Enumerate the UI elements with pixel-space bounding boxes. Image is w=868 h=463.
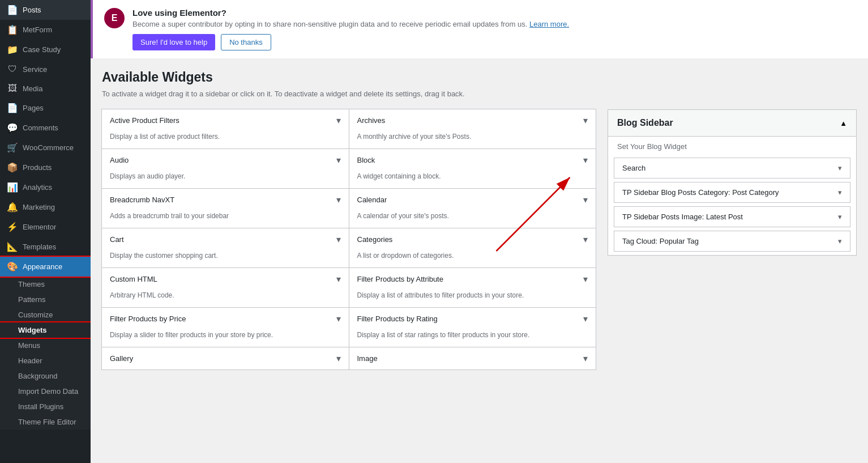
sidebar-item-case-study[interactable]: 📁Case Study bbox=[0, 40, 91, 60]
widget-name: Breadcrumb NavXT bbox=[110, 196, 174, 204]
widget-header[interactable]: Image ▾ bbox=[349, 347, 596, 369]
widget-chevron-icon: ▾ bbox=[336, 155, 341, 165]
sidebar-item-comments[interactable]: 💬Comments bbox=[0, 118, 91, 138]
widget-name: Image bbox=[357, 354, 378, 363]
widget-header[interactable]: Active Product Filters ▾ bbox=[102, 109, 349, 131]
widget-header[interactable]: Archives ▾ bbox=[349, 109, 596, 131]
pages-icon: 📄 bbox=[7, 103, 18, 113]
blog-sidebar-widget-label: Search bbox=[622, 164, 645, 172]
widget-name: Filter Products by Rating bbox=[357, 315, 438, 323]
sidebar-nav: 📄Posts📋MetForm📁Case Study🛡Service🖼Media📄… bbox=[0, 0, 91, 430]
widget-desc: A list or dropdown of categories. bbox=[349, 250, 596, 267]
submenu-item-menus[interactable]: Menus bbox=[0, 338, 91, 353]
widget-desc: A monthly archive of your site's Posts. bbox=[349, 131, 596, 148]
blog-sidebar-widget-item[interactable]: TP Sidebar Posts Image: Latest Post▾ bbox=[614, 206, 850, 227]
blog-sidebar-widget-item[interactable]: Tag Cloud: Popular Tag▾ bbox=[614, 231, 850, 252]
blog-sidebar-widget-label: TP Sidebar Blog Posts Category: Post Cat… bbox=[622, 188, 779, 197]
sidebar-label-elementor: Elementor bbox=[23, 223, 56, 231]
widget-header[interactable]: Calendar ▾ bbox=[349, 189, 596, 211]
sidebar-item-metform[interactable]: 📋MetForm bbox=[0, 20, 91, 40]
sidebar-label-media: Media bbox=[23, 84, 42, 93]
sidebar-item-templates[interactable]: 📐Templates bbox=[0, 237, 91, 257]
widget-header[interactable]: Categories ▾ bbox=[349, 228, 596, 250]
widget-card: Image ▾ bbox=[349, 347, 597, 370]
submenu-item-themes[interactable]: Themes bbox=[0, 277, 91, 292]
blog-sidebar-widget-item[interactable]: TP Sidebar Blog Posts Category: Post Cat… bbox=[614, 182, 850, 203]
widget-chevron-icon: ▾ bbox=[583, 234, 588, 245]
widget-chevron-icon: ▾ bbox=[336, 313, 341, 324]
banner-description: Become a super contributor by opting in … bbox=[132, 20, 569, 28]
widget-header[interactable]: Block ▾ bbox=[349, 149, 596, 171]
widget-grid: Active Product Filters ▾ Display a list … bbox=[102, 109, 596, 370]
widget-chevron-icon: ▾ bbox=[336, 274, 341, 284]
widget-card: Block ▾ A widget containing a block. bbox=[349, 148, 597, 189]
widget-name: Custom HTML bbox=[110, 275, 157, 283]
metform-icon: 📋 bbox=[7, 24, 18, 35]
blog-sidebar-widget-label: TP Sidebar Posts Image: Latest Post bbox=[622, 213, 743, 221]
blog-sidebar-widget-chevron-icon: ▾ bbox=[838, 164, 842, 172]
sidebar-label-woocommerce: WooCommerce bbox=[23, 143, 74, 152]
elementor-banner: E Love using Elementor? Become a super c… bbox=[91, 0, 868, 58]
submenu-item-patterns[interactable]: Patterns bbox=[0, 292, 91, 307]
widget-header[interactable]: Audio ▾ bbox=[102, 149, 349, 171]
analytics-icon: 📊 bbox=[7, 182, 18, 193]
widget-desc: A calendar of your site's posts. bbox=[349, 211, 596, 228]
blog-sidebar-widget-item[interactable]: Search▾ bbox=[614, 158, 850, 179]
widget-card: Filter Products by Rating ▾ Display a li… bbox=[349, 307, 597, 347]
banner-yes-button[interactable]: Sure! I'd love to help bbox=[132, 34, 215, 50]
widget-card: Calendar ▾ A calendar of your site's pos… bbox=[349, 188, 597, 228]
submenu-item-background[interactable]: Background bbox=[0, 368, 91, 384]
appearance-icon: 🎨 bbox=[7, 261, 18, 272]
sidebar-label-pages: Pages bbox=[23, 104, 44, 112]
widget-header[interactable]: Gallery ▾ bbox=[102, 347, 349, 369]
submenu-item-import-demo[interactable]: Import Demo Data bbox=[0, 384, 91, 399]
widget-header[interactable]: Custom HTML ▾ bbox=[102, 268, 349, 290]
sidebar-item-appearance[interactable]: 🎨Appearance bbox=[0, 257, 91, 277]
widget-chevron-icon: ▾ bbox=[336, 234, 341, 245]
sidebar-item-analytics[interactable]: 📊Analytics bbox=[0, 177, 91, 197]
widget-name: Archives bbox=[357, 116, 386, 125]
marketing-icon: 🔔 bbox=[7, 202, 18, 213]
blog-sidebar-widget-chevron-icon: ▾ bbox=[838, 237, 842, 245]
submenu-item-customize[interactable]: Customize bbox=[0, 307, 91, 322]
submenu-item-install-plugins[interactable]: Install Plugins bbox=[0, 399, 91, 414]
widget-card: Breadcrumb NavXT ▾ Adds a breadcrumb tra… bbox=[101, 188, 349, 228]
widget-header[interactable]: Cart ▾ bbox=[102, 228, 349, 250]
templates-icon: 📐 bbox=[7, 241, 18, 252]
sidebar-label-products: Products bbox=[23, 163, 52, 172]
widget-card: Filter Products by Attribute ▾ Display a… bbox=[349, 267, 597, 308]
blog-sidebar-header: Blog Sidebar ▲ bbox=[608, 110, 856, 137]
widget-chevron-icon: ▾ bbox=[583, 194, 588, 205]
elementor-icon: ⚡ bbox=[7, 222, 18, 232]
banner-title: Love using Elementor? bbox=[132, 8, 569, 18]
widget-card: Filter Products by Price ▾ Display a sli… bbox=[101, 307, 349, 347]
case-study-icon: 📁 bbox=[7, 44, 18, 55]
widget-desc: Display a list of attributes to filter p… bbox=[349, 290, 596, 307]
widget-header[interactable]: Filter Products by Rating ▾ bbox=[349, 308, 596, 330]
submenu-item-theme-file-editor[interactable]: Theme File Editor bbox=[0, 414, 91, 430]
widget-header[interactable]: Filter Products by Attribute ▾ bbox=[349, 268, 596, 290]
widget-card: Active Product Filters ▾ Display a list … bbox=[101, 109, 349, 149]
page-description: To activate a widget drag it to a sideba… bbox=[102, 90, 857, 98]
sidebar-item-marketing[interactable]: 🔔Marketing bbox=[0, 197, 91, 217]
sidebar-item-media[interactable]: 🖼Media bbox=[0, 79, 91, 98]
widget-card: Archives ▾ A monthly archive of your sit… bbox=[349, 109, 597, 149]
banner-learn-more-link[interactable]: Learn more. bbox=[529, 20, 569, 28]
blog-sidebar-subtitle: Set Your Blog Widget bbox=[608, 137, 856, 154]
submenu-item-widgets[interactable]: Widgets bbox=[0, 322, 91, 338]
sidebar-item-pages[interactable]: 📄Pages bbox=[0, 98, 91, 118]
widget-header[interactable]: Breadcrumb NavXT ▾ bbox=[102, 189, 349, 211]
sidebar-item-posts[interactable]: 📄Posts bbox=[0, 0, 91, 20]
sidebar-item-service[interactable]: 🛡Service bbox=[0, 60, 91, 79]
sidebar-label-templates: Templates bbox=[23, 243, 56, 251]
widget-header[interactable]: Filter Products by Price ▾ bbox=[102, 308, 349, 330]
blog-sidebar-chevron-icon: ▲ bbox=[840, 119, 847, 128]
sidebar-item-elementor[interactable]: ⚡Elementor bbox=[0, 217, 91, 237]
submenu-item-header[interactable]: Header bbox=[0, 353, 91, 368]
sidebar-label-marketing: Marketing bbox=[23, 203, 55, 211]
widget-card: Categories ▾ A list or dropdown of categ… bbox=[349, 228, 597, 268]
sidebar-item-products[interactable]: 📦Products bbox=[0, 158, 91, 177]
banner-no-button[interactable]: No thanks bbox=[221, 34, 271, 50]
sidebar-item-woocommerce[interactable]: 🛒WooCommerce bbox=[0, 138, 91, 158]
widget-name: Filter Products by Price bbox=[110, 315, 186, 323]
